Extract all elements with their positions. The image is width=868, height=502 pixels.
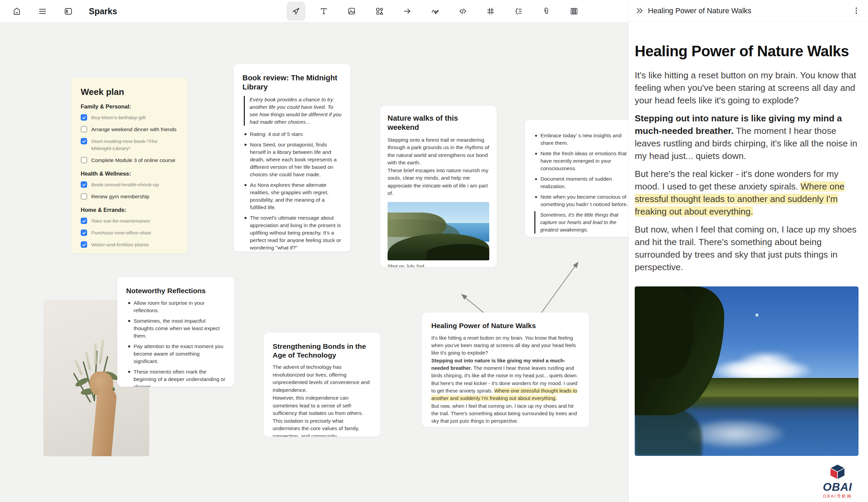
home-button[interactable] (8, 3, 25, 20)
sidebar-toggle-button[interactable] (60, 3, 76, 20)
book-quote: Every book provides a chance to try anot… (244, 96, 342, 126)
todo-item: Purchase new office chair (81, 229, 178, 236)
coast-photo[interactable] (388, 202, 489, 260)
book-bullets: Rating: 4 out of 5 stars Nora Seed, our … (242, 130, 342, 251)
bullet: As Nora explores these alternate realiti… (242, 181, 342, 211)
bullet: Sometimes, the most impactful thoughts c… (126, 317, 226, 339)
checkbox-checked[interactable] (81, 229, 87, 236)
select-tool-button[interactable] (287, 2, 306, 21)
todo-item: Water and fertilize plants (81, 241, 178, 248)
doc-title: Healing Power of Nature Walks (635, 43, 860, 60)
lake-photo[interactable] (635, 286, 858, 456)
frame-tool-button[interactable] (481, 2, 500, 21)
arrow-tool-button[interactable] (398, 2, 417, 21)
text-tool-button[interactable] (314, 2, 333, 21)
card-paragraph: But here's the real kicker - it's done w… (431, 380, 580, 402)
bullet: Pay attention to the exact moment you be… (126, 343, 226, 365)
checkbox-unchecked[interactable] (81, 193, 87, 200)
app-title: Sparks (89, 7, 117, 16)
code-tool-button[interactable] (453, 2, 472, 21)
checkbox-checked[interactable] (81, 181, 87, 188)
checkbox-unchecked[interactable] (81, 126, 87, 133)
insights-card[interactable]: Embrace today’ s new insights and share … (525, 120, 642, 237)
reflections-card[interactable]: Noteworthy Reflections Allow room for su… (117, 277, 234, 387)
reflections-bullets: Allow room for surprise in your reflecti… (126, 299, 226, 387)
todo-item: Start reading new book "The Midnight Lib… (81, 138, 178, 152)
paperclip-icon (542, 7, 551, 15)
cursor-icon (292, 7, 300, 15)
obai-cube-logo-icon (829, 464, 846, 480)
menu-button[interactable] (34, 3, 51, 20)
bullet: Allow room for surprise in your reflecti… (126, 299, 226, 314)
card-paragraph: But now, when I feel that coming on, I l… (431, 402, 580, 425)
checkbox-checked[interactable] (81, 241, 87, 248)
card-title: Nature walks of this weekend (388, 114, 489, 132)
doc-paragraph: But here's the real kicker - it's done w… (635, 168, 860, 218)
checkbox-checked[interactable] (81, 114, 87, 121)
pen-tool-button[interactable] (425, 2, 445, 21)
text-icon (319, 7, 328, 15)
nature-walks-card[interactable]: Nature walks of this weekend Stepping on… (380, 106, 497, 267)
card-title: Book review: The Midnight Library (242, 74, 342, 92)
kanban-tool-button[interactable] (565, 2, 583, 21)
insights-quote: Sometimes, it's the little things that c… (534, 211, 634, 233)
todo-item: Complete Module 3 of online course (81, 157, 178, 164)
bullet: The novel's ultimate message about appre… (242, 214, 342, 251)
bullet: These moments often mark the beginning o… (126, 368, 226, 387)
bullet: Rating: 4 out of 5 stars (242, 130, 342, 138)
mindmap-icon (514, 7, 523, 15)
card-paragraph: Stepping out into nature is like giving … (431, 357, 580, 379)
mindmap-tool-button[interactable] (509, 2, 528, 21)
watermark-subtitle: OBAI导航网 (814, 493, 861, 499)
checkbox-checked[interactable] (81, 218, 87, 224)
card-body: The advent of technology has revolutioni… (272, 363, 372, 394)
bullet: Document moments of sudden realization. (533, 175, 634, 190)
checkbox-unchecked[interactable] (81, 157, 87, 164)
more-options-icon[interactable] (852, 7, 860, 15)
week-plan-title: Week plan (81, 87, 178, 97)
home-icon (12, 7, 21, 16)
bonds-card[interactable]: Strengthening Bonds in the Age of Techno… (264, 333, 380, 437)
watermark: OBAI OBAI导航网 (814, 464, 861, 499)
insights-bullets: Embrace today’ s new insights and share … (533, 132, 634, 208)
card-title: Healing Power of Nature Walks (431, 321, 580, 330)
week-plan-card[interactable]: Week plan Family & Personal: Buy Mom's b… (71, 78, 187, 253)
collapse-panel-icon[interactable] (636, 7, 644, 15)
attachment-tool-button[interactable] (537, 2, 556, 21)
healing-card[interactable]: Healing Power of Nature Walks It's like … (422, 313, 589, 427)
bullet: Embrace today’ s new insights and share … (533, 132, 634, 147)
document-panel: Healing Power of Nature Walks Healing Po… (628, 0, 868, 502)
arrow-icon (403, 7, 412, 15)
image-tool-button[interactable] (342, 2, 361, 21)
card-body: Stepping onto a forest trail or meanderi… (388, 136, 489, 167)
panel-header: Healing Power of Nature Walks (629, 0, 868, 22)
topbar-left: Sparks (8, 0, 117, 22)
card-title: Noteworthy Reflections (126, 286, 226, 295)
bullet: Note the fresh ideas or emotions that ha… (533, 150, 634, 172)
card-body: These brief escapes into nature nourish … (388, 167, 489, 197)
watermark-brand: OBAI (814, 481, 861, 492)
section-heading: Family & Personal: (81, 103, 178, 110)
todo-item: Renew gym membership (81, 193, 178, 200)
todo-item: Buy Mom's birthday gift (81, 114, 178, 121)
code-icon (458, 7, 467, 15)
bullet: Note when you become conscious of someth… (533, 193, 634, 208)
shapes-icon (375, 7, 384, 15)
photo-caption: Shot on July 2nd (388, 264, 489, 267)
card-body: However, this independence can sometimes… (272, 394, 372, 437)
bullet: Nora Seed, our protagonist, finds hersel… (242, 141, 342, 178)
sidebar-toggle-icon (64, 7, 73, 16)
todo-item: Book annual health check-up (81, 181, 178, 188)
pen-icon (431, 7, 440, 15)
todo-item: Arrange weekend dinner with friends (81, 126, 178, 133)
hamburger-menu-icon (38, 7, 47, 16)
document-body[interactable]: Healing Power of Nature Walks It's like … (629, 22, 868, 456)
book-review-card[interactable]: Book review: The Midnight Library Every … (234, 64, 351, 251)
section-heading: Home & Errands: (81, 207, 178, 213)
doc-paragraph: It's like hitting a reset button on my b… (635, 69, 860, 107)
shapes-tool-button[interactable] (370, 2, 389, 21)
doc-paragraph: Stepping out into nature is like giving … (635, 112, 860, 163)
panel-title: Healing Power of Nature Walks (648, 7, 852, 15)
doc-paragraph: But now, when I feel that coming on, I l… (635, 223, 860, 273)
checkbox-checked[interactable] (81, 138, 87, 144)
